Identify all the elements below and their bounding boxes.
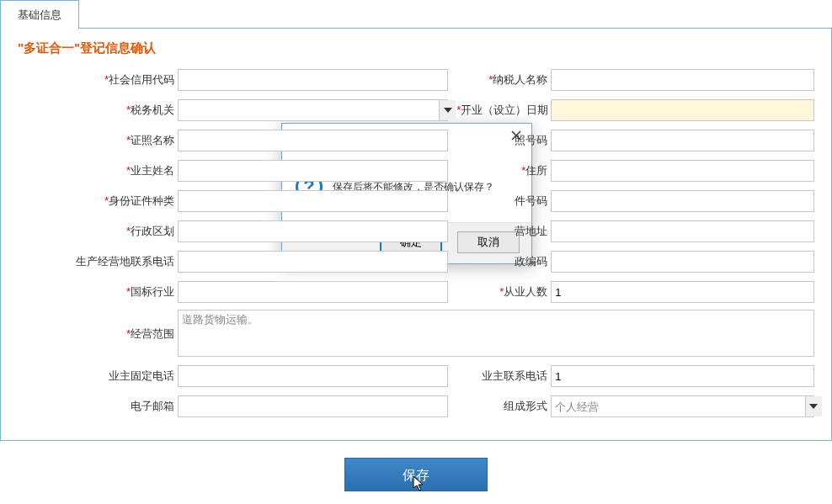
label-address: 住所	[525, 164, 547, 177]
label-license-no: 照号码	[515, 134, 547, 146]
label-biz-addr: 营地址	[515, 225, 547, 237]
input-industry[interactable]	[178, 281, 448, 303]
input-postcode[interactable]	[551, 251, 814, 273]
input-biz-addr[interactable]	[551, 220, 814, 242]
input-owner-name[interactable]	[178, 160, 448, 182]
input-owner-fixed-phone[interactable]	[178, 365, 448, 387]
input-id-no[interactable]	[551, 190, 814, 212]
input-biz-phone[interactable]	[178, 251, 448, 273]
save-button[interactable]: 保存	[344, 458, 488, 491]
label-biz-phone: 生产经营地联系电话	[76, 255, 174, 268]
input-address[interactable]	[551, 160, 814, 182]
select-org-form[interactable]: 个人经营	[551, 395, 814, 417]
tab-basic-info[interactable]: 基础信息	[0, 0, 79, 29]
label-org-form: 组成形式	[504, 400, 547, 412]
label-open-date: 开业（设立）日期	[461, 103, 548, 116]
save-button-label: 保存	[403, 468, 429, 482]
label-owner-fixed-phone: 业主固定电话	[109, 369, 174, 382]
label-social-credit: 社会信用代码	[109, 73, 174, 86]
label-id-no: 件号码	[515, 194, 547, 207]
label-tax-authority: 税务机关	[131, 103, 174, 116]
label-postcode: 政编码	[515, 255, 547, 268]
label-owner-contact-phone: 业主联系电话	[482, 369, 547, 382]
select-tax-authority[interactable]	[178, 99, 448, 121]
label-scope: 经营范围	[131, 327, 174, 340]
label-license-name: 证照名称	[131, 134, 174, 146]
input-license-no[interactable]	[551, 130, 814, 151]
input-taxpayer-name[interactable]	[551, 69, 814, 91]
tab-label: 基础信息	[18, 8, 61, 21]
label-admin-div: 行政区划	[131, 225, 174, 237]
input-id-type[interactable]	[178, 190, 448, 212]
input-open-date[interactable]	[551, 99, 814, 121]
section-title: "多证合一"登记信息确认	[18, 40, 823, 56]
textarea-scope[interactable]	[178, 310, 814, 357]
input-social-credit[interactable]	[178, 69, 448, 91]
label-id-type: 身份证件种类	[109, 194, 174, 207]
input-license-name[interactable]	[178, 130, 448, 151]
label-employees: 从业人数	[504, 285, 547, 298]
label-industry: 国标行业	[131, 285, 174, 298]
input-email[interactable]	[178, 395, 448, 417]
label-taxpayer-name: 纳税人名称	[493, 73, 547, 86]
input-employees[interactable]	[551, 281, 814, 303]
input-owner-contact-phone[interactable]	[551, 365, 814, 387]
label-email: 电子邮箱	[131, 400, 174, 412]
input-admin-div[interactable]	[178, 220, 448, 242]
label-owner-name: 业主姓名	[131, 164, 174, 177]
